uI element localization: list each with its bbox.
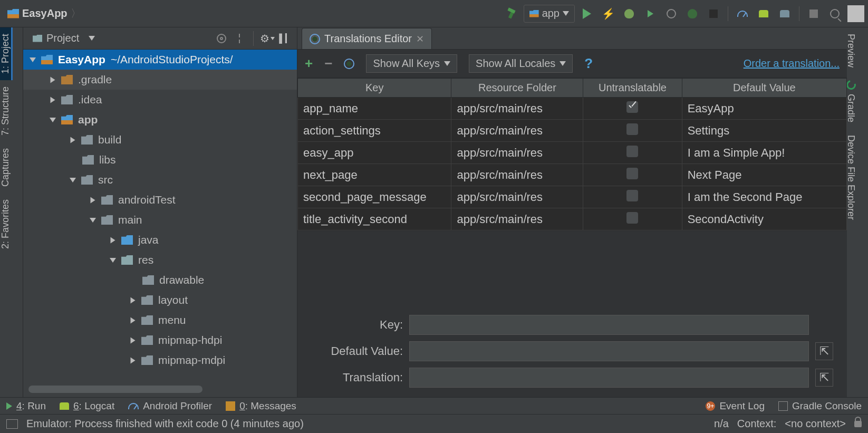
cell-folder[interactable]: app/src/main/res — [451, 98, 583, 120]
tool-gradle[interactable]: Gradle — [845, 74, 856, 129]
tree-item-menu[interactable]: menu — [23, 310, 297, 330]
tool-run[interactable]: 4: Run — [6, 400, 46, 412]
collapse-all-button[interactable] — [233, 32, 246, 45]
remove-key-button[interactable]: − — [324, 55, 332, 72]
project-tree[interactable]: EasyApp ~/AndroidStudioProjects/ .gradle… — [23, 50, 297, 383]
tool-messages[interactable]: 0: Messages — [226, 400, 296, 412]
project-view-selector[interactable]: Project — [28, 31, 83, 46]
cell-key[interactable]: easy_app — [298, 142, 451, 164]
keys-filter-dropdown[interactable]: Show All Keys — [366, 54, 457, 73]
hide-panel-button[interactable]: ▌▎ — [279, 32, 292, 45]
tool-logcat[interactable]: 6: Logcat — [60, 400, 114, 412]
cell-default[interactable]: Settings — [682, 120, 846, 142]
tool-favorites[interactable]: 2: Favorites — [0, 193, 11, 255]
col-untranslatable[interactable]: Untranslatable — [583, 79, 682, 98]
tool-gradle-console[interactable]: Gradle Console — [778, 400, 862, 412]
table-row[interactable]: next_pageapp/src/main/resNext Page — [298, 164, 847, 186]
cell-folder[interactable]: app/src/main/res — [451, 120, 583, 142]
tool-captures[interactable]: Captures — [0, 142, 11, 193]
chevron-down-icon[interactable] — [89, 36, 95, 41]
tree-item-idea[interactable]: .idea — [23, 90, 297, 110]
debug-button[interactable] — [620, 5, 638, 23]
expand-icon[interactable] — [50, 118, 56, 122]
expand-icon[interactable] — [131, 357, 136, 363]
coverage-button[interactable] — [641, 5, 659, 23]
expand-icon[interactable] — [51, 76, 55, 83]
cell-default[interactable]: I am the Second Page — [682, 186, 846, 208]
run-config-selector[interactable]: app — [524, 5, 575, 23]
cell-key[interactable]: title_activity_second — [298, 208, 451, 230]
tree-item-res[interactable]: res — [23, 250, 297, 270]
cell-folder[interactable]: app/src/main/res — [451, 186, 583, 208]
help-button[interactable]: ? — [584, 55, 593, 72]
account-button[interactable] — [847, 5, 865, 23]
search-everywhere-button[interactable] — [826, 5, 844, 23]
status-context-value[interactable]: <no context> — [785, 418, 846, 430]
checkbox[interactable] — [626, 101, 638, 113]
cell-untranslatable[interactable] — [583, 142, 682, 164]
cell-untranslatable[interactable] — [583, 208, 682, 230]
expand-icon[interactable] — [131, 317, 136, 323]
tree-item-layout[interactable]: layout — [23, 290, 297, 310]
tree-item-gradle[interactable]: .gradle — [23, 70, 297, 90]
cell-untranslatable[interactable] — [583, 120, 682, 142]
expand-icon[interactable] — [30, 57, 36, 62]
close-tab-icon[interactable]: ✕ — [416, 33, 424, 45]
cell-default[interactable]: Next Page — [682, 164, 846, 186]
tree-item-mipmap-hdpi[interactable]: mipmap-hdpi — [23, 330, 297, 350]
expand-icon[interactable] — [70, 178, 76, 182]
attach-debugger-button[interactable] — [683, 5, 701, 23]
add-locale-button[interactable] — [344, 59, 354, 69]
tree-item-build[interactable]: build — [23, 130, 297, 150]
checkbox[interactable] — [626, 168, 638, 179]
tool-event-log[interactable]: 9+Event Log — [706, 400, 765, 412]
stop-button[interactable] — [705, 5, 722, 23]
scrollbar-thumb[interactable] — [28, 386, 202, 393]
detail-translation-input[interactable] — [409, 368, 809, 388]
project-structure-button[interactable] — [805, 5, 823, 23]
detail-default-input[interactable] — [409, 341, 809, 361]
table-row[interactable]: second_page_messageapp/src/main/resI am … — [298, 186, 847, 208]
tool-android-profiler[interactable]: Android Profiler — [128, 400, 212, 412]
cell-default[interactable]: EasyApp — [682, 98, 846, 120]
sdk-manager-button[interactable] — [776, 5, 794, 23]
tool-device-file-explorer[interactable]: Device File Explorer — [845, 129, 856, 226]
expand-icon[interactable] — [131, 297, 136, 303]
cell-default[interactable]: SecondActivity — [682, 208, 846, 230]
tree-item-drawable[interactable]: drawable — [23, 270, 297, 290]
tree-item-src[interactable]: src — [23, 170, 297, 190]
cell-folder[interactable]: app/src/main/res — [451, 142, 583, 164]
tree-item-app[interactable]: app — [23, 110, 297, 130]
locales-filter-dropdown[interactable]: Show All Locales — [469, 54, 573, 73]
cell-key[interactable]: action_settings — [298, 120, 451, 142]
apply-changes-button[interactable]: ⚡ — [599, 5, 617, 23]
expand-icon[interactable] — [71, 137, 75, 143]
panel-settings-button[interactable]: ⚙ — [261, 32, 274, 45]
expand-icon[interactable] — [111, 237, 115, 243]
detail-key-input[interactable] — [409, 315, 809, 335]
cell-key[interactable]: app_name — [298, 98, 451, 120]
table-row[interactable]: title_activity_secondapp/src/main/resSec… — [298, 208, 847, 230]
breadcrumb[interactable]: EasyApp 〉 — [3, 4, 85, 23]
col-key[interactable]: Key — [298, 79, 451, 98]
checkbox[interactable] — [626, 190, 638, 201]
tree-root[interactable]: EasyApp ~/AndroidStudioProjects/ — [23, 50, 297, 70]
tab-translations-editor[interactable]: Translations Editor ✕ — [302, 28, 432, 49]
add-key-button[interactable]: + — [305, 55, 313, 72]
expand-icon[interactable] — [131, 337, 136, 343]
tree-item-libs[interactable]: libs — [23, 150, 297, 170]
tool-structure[interactable]: 7: Structure — [0, 80, 11, 142]
checkbox[interactable] — [626, 212, 638, 224]
checkbox[interactable] — [626, 146, 638, 157]
scroll-from-source-button[interactable] — [215, 32, 228, 45]
cell-key[interactable]: second_page_message — [298, 186, 451, 208]
order-translation-link[interactable]: Order a translation... — [744, 57, 840, 70]
cell-untranslatable[interactable] — [583, 164, 682, 186]
expand-icon[interactable] — [110, 258, 116, 263]
tool-preview[interactable]: Preview — [845, 27, 856, 74]
table-row[interactable]: action_settingsapp/src/main/resSettings — [298, 120, 847, 142]
cell-folder[interactable]: app/src/main/res — [451, 164, 583, 186]
tool-project[interactable]: 1: Project — [0, 27, 13, 80]
expand-default-button[interactable]: ⇱ — [815, 342, 833, 360]
cell-key[interactable]: next_page — [298, 164, 451, 186]
